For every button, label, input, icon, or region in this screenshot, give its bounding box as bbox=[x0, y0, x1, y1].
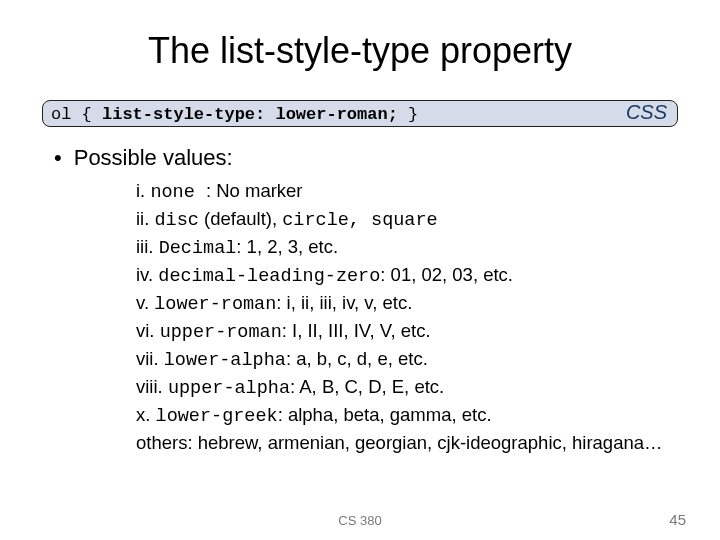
list-item: iv. decimal-leading-zero: 01, 02, 03, et… bbox=[136, 263, 680, 290]
list-item: iii. Decimal: 1, 2, 3, etc. bbox=[136, 235, 680, 262]
list-rest: : I, II, III, IV, V, etc. bbox=[282, 320, 431, 341]
list-item: viii. upper-alpha: A, B, C, D, E, etc. bbox=[136, 375, 680, 402]
list-marker: iv. bbox=[136, 264, 158, 285]
list-item: i. none : No marker bbox=[136, 179, 680, 206]
values-list: i. none : No marker ii. disc (default), … bbox=[136, 179, 680, 456]
list-rest: : alpha, beta, gamma, etc. bbox=[278, 404, 492, 425]
code-line: ol { list-style-type: lower-roman; } bbox=[51, 105, 669, 124]
list-marker: vi. bbox=[136, 320, 160, 341]
list-item: ii. disc (default), circle, square bbox=[136, 207, 680, 234]
list-mono: none bbox=[150, 182, 206, 203]
list-marker: vii. bbox=[136, 348, 164, 369]
code-bold: list-style-type: lower-roman; bbox=[102, 105, 398, 124]
list-marker: iii. bbox=[136, 236, 159, 257]
list-item: v. lower-roman: i, ii, iii, iv, v, etc. bbox=[136, 291, 680, 318]
list-rest: : 1, 2, 3, etc. bbox=[236, 236, 338, 257]
list-marker: v. bbox=[136, 292, 154, 313]
bullet-text: Possible values: bbox=[74, 145, 233, 171]
footer-page: 45 bbox=[669, 511, 686, 528]
list-rest: (default), bbox=[199, 208, 282, 229]
list-mono: upper-alpha bbox=[168, 378, 290, 399]
slide-title: The list-style-type property bbox=[40, 30, 680, 72]
list-rest: : a, b, c, d, e, etc. bbox=[286, 348, 428, 369]
list-mono: Decimal bbox=[159, 238, 237, 259]
list-mono: decimal-leading-zero bbox=[158, 266, 380, 287]
list-marker: x. bbox=[136, 404, 156, 425]
list-item: vii. lower-alpha: a, b, c, d, e, etc. bbox=[136, 347, 680, 374]
footer-course: CS 380 bbox=[0, 513, 720, 528]
code-suffix: } bbox=[398, 105, 418, 124]
list-marker: i. bbox=[136, 180, 150, 201]
list-mono: disc bbox=[155, 210, 199, 231]
list-others: others: hebrew, armenian, georgian, cjk-… bbox=[136, 432, 663, 453]
code-prefix: ol { bbox=[51, 105, 102, 124]
list-mono: upper-roman bbox=[160, 322, 282, 343]
list-marker: ii. bbox=[136, 208, 155, 229]
code-badge: CSS bbox=[626, 101, 667, 124]
list-item: others: hebrew, armenian, georgian, cjk-… bbox=[136, 431, 680, 456]
bullet-dot: • bbox=[54, 145, 62, 171]
list-item: x. lower-greek: alpha, beta, gamma, etc. bbox=[136, 403, 680, 430]
list-mono: lower-greek bbox=[156, 406, 278, 427]
list-mono: circle, square bbox=[282, 210, 437, 231]
list-mono: lower-roman bbox=[154, 294, 276, 315]
list-mono: lower-alpha bbox=[164, 350, 286, 371]
list-marker: viii. bbox=[136, 376, 168, 397]
list-rest: : i, ii, iii, iv, v, etc. bbox=[276, 292, 412, 313]
list-rest: : No marker bbox=[206, 180, 303, 201]
bullet-row: • Possible values: bbox=[54, 145, 680, 171]
list-rest: : A, B, C, D, E, etc. bbox=[290, 376, 444, 397]
list-rest: : 01, 02, 03, etc. bbox=[380, 264, 513, 285]
code-box: ol { list-style-type: lower-roman; } CSS bbox=[42, 100, 678, 127]
list-item: vi. upper-roman: I, II, III, IV, V, etc. bbox=[136, 319, 680, 346]
